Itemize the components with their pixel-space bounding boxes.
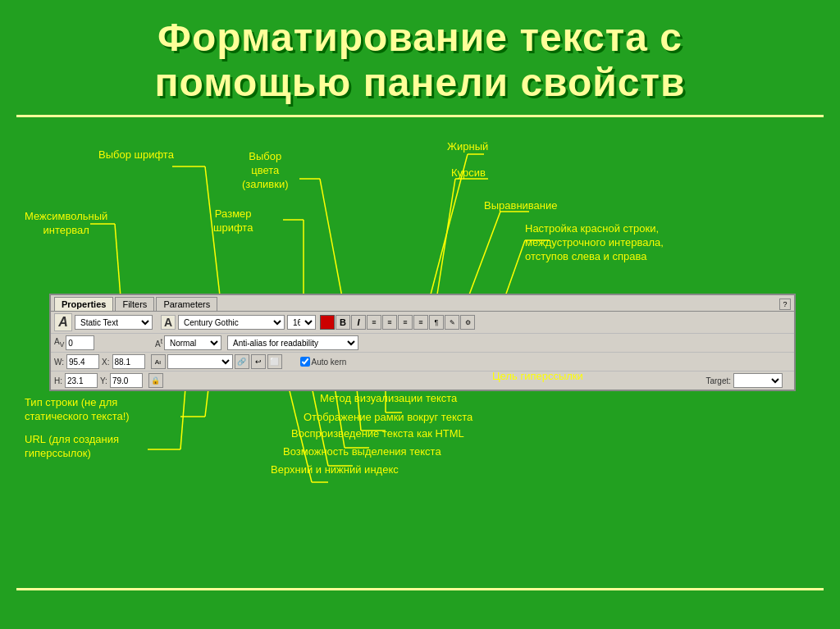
height-label: H: <box>54 376 62 385</box>
link-btn-2[interactable]: ↩ <box>251 354 266 369</box>
panel-row-1: A Static Text Dynamic Text Input Text A … <box>51 312 794 334</box>
tab-parameters[interactable]: Parameters <box>156 297 217 311</box>
label-line-type: Тип строки (не длястатического текста!) <box>25 396 130 424</box>
label-hyperlink-target: Цель гиперссылки <box>492 370 583 384</box>
av-label: AV <box>54 337 64 349</box>
antialias-select[interactable]: Anti-alias for readability <box>227 335 358 350</box>
height-input[interactable] <box>65 373 98 388</box>
title-line2: помощью панели свойств <box>154 61 685 104</box>
target-select[interactable] <box>733 373 783 388</box>
font-name-select[interactable]: Century Gothic <box>178 315 285 330</box>
text-icon: A <box>54 313 72 331</box>
edit-format-button[interactable]: ✎ <box>445 315 459 330</box>
url-select[interactable] <box>167 354 233 369</box>
width-label: W: <box>54 358 64 367</box>
label-bold: Жирный <box>447 140 488 154</box>
label-italic: Курсив <box>451 166 486 180</box>
title-area: Форматирование текста с помощью панели с… <box>0 0 840 115</box>
svg-line-1 <box>205 166 221 310</box>
panel-row-2: AV At Normal Anti-alias for readability <box>51 334 794 353</box>
color-picker[interactable] <box>320 315 335 330</box>
target-label: Target: <box>705 376 731 385</box>
label-url: URL (для созданиягиперссылок) <box>25 433 119 461</box>
align-center-button[interactable]: ≡ <box>382 315 397 330</box>
label-letter-spacing: Межсимвольныйинтервал <box>25 210 107 238</box>
char-icon: Aı <box>151 354 166 369</box>
width-input[interactable] <box>66 354 99 369</box>
title-text: Форматирование текста с помощью панели с… <box>25 15 815 105</box>
autokern-checkbox[interactable] <box>300 357 310 367</box>
title-line1: Форматирование текста с <box>158 16 682 59</box>
panel-row-4: H: Y: 🔒 Target: <box>51 371 794 390</box>
label-frame-display: Отображение рамки вокруг текста <box>304 411 472 425</box>
svg-line-7 <box>435 179 455 310</box>
bottom-divider <box>16 588 824 590</box>
align-justify-button[interactable]: ≡ <box>413 315 428 330</box>
y-input[interactable] <box>110 373 143 388</box>
text-type-select[interactable]: Static Text Dynamic Text Input Text <box>75 315 153 330</box>
font-size-select[interactable]: 16 <box>287 315 316 330</box>
panel-tabs: Properties Filters Parameters ? <box>51 295 794 312</box>
lock-icon: 🔒 <box>148 373 163 388</box>
label-font-size: Размершрифта <box>213 207 253 235</box>
label-subscript: Верхний и нижний индекс <box>271 463 399 477</box>
font-style-select[interactable]: Normal <box>164 335 221 350</box>
letter-spacing-input[interactable] <box>66 335 94 350</box>
tab-properties[interactable]: Properties <box>54 297 113 311</box>
help-button[interactable]: ? <box>779 299 791 310</box>
label-color-selection: Выборцвета(заливки) <box>242 150 289 192</box>
align-right-button[interactable]: ≡ <box>398 315 413 330</box>
label-render-method: Метод визуализации текста <box>320 392 457 406</box>
options-button[interactable]: ⚙ <box>460 315 475 330</box>
at-label: At <box>155 337 162 349</box>
main-content: Выбор шрифта Выборцвета(заливки) Жирный … <box>0 125 840 585</box>
y-label: Y: <box>100 376 107 385</box>
align-left-button[interactable]: ≡ <box>367 315 381 330</box>
tab-filters[interactable]: Filters <box>115 297 154 311</box>
label-alignment: Выравнивание <box>484 199 557 213</box>
properties-panel: Properties Filters Parameters ? A Static… <box>49 294 796 391</box>
italic-button[interactable]: I <box>351 315 366 330</box>
x-input[interactable] <box>112 354 145 369</box>
paragraph-button[interactable]: ¶ <box>429 315 444 330</box>
x-label: X: <box>102 358 109 367</box>
label-selection: Возможность выделения текста <box>283 445 441 459</box>
svg-line-3 <box>320 179 345 310</box>
panel-row-3: W: X: Aı 🔗 ↩ ⬜ Auto kern <box>51 353 794 371</box>
top-divider <box>16 115 824 117</box>
label-html-render: Воспроизведение текста как HTML <box>291 427 464 441</box>
bold-button[interactable]: B <box>336 315 350 330</box>
label-font-selection: Выбор шрифта <box>98 148 174 162</box>
label-indent: Настройка красной строки,междустрочного … <box>525 222 664 264</box>
frame-btn[interactable]: ⬜ <box>267 354 282 369</box>
autokern-label: Auto kern <box>312 358 347 367</box>
font-icon: A <box>161 315 176 330</box>
link-btn-1[interactable]: 🔗 <box>235 354 249 369</box>
